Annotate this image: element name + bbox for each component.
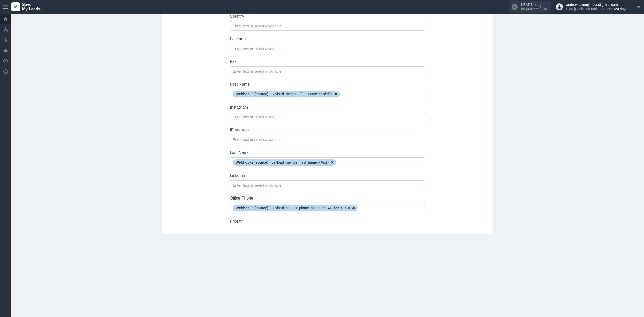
tag-remove-button[interactable]: ✖	[352, 206, 355, 211]
field-input[interactable]: Enter text or select a variable	[230, 135, 425, 144]
field: Last NameWebhooks (source) | payload_mem…	[230, 148, 425, 168]
svg-rect-0	[3, 5, 8, 5]
dollar-icon: $	[3, 37, 8, 43]
svg-text:?: ?	[5, 70, 6, 73]
svg-rect-7	[4, 30, 5, 31]
profile-email: andrewsavemyleads@gmail.com	[566, 3, 627, 7]
sidebar-item-help[interactable]: ?	[0, 66, 11, 77]
user-circle-icon	[3, 59, 8, 64]
sidebar-item-billing[interactable]: $	[0, 35, 11, 45]
svg-rect-2	[3, 8, 8, 9]
usage-label: LEADS usage:	[521, 3, 547, 7]
form-panel: CountryEnter text or select a variableFa…	[162, 14, 493, 234]
avatar	[556, 3, 563, 10]
tag-value: «Test»	[318, 160, 329, 165]
sidebar: $ ?	[0, 14, 11, 234]
field-label: First Name	[230, 82, 425, 87]
field: LinkedinEnter text or select a variable	[230, 171, 425, 190]
usage-total: 5'000	[530, 7, 539, 11]
tag-value: «Kajabi»	[319, 92, 333, 97]
field-input[interactable]: Enter text or select a variable	[230, 112, 425, 122]
field-label: Priority	[230, 219, 425, 224]
svg-rect-4	[514, 7, 515, 8]
svg-point-5	[559, 5, 560, 7]
field: CountryEnter text or select a variable	[230, 14, 425, 31]
svg-point-3	[514, 6, 515, 6]
field-input[interactable]: Webhooks (source) | payload_member_last_…	[230, 157, 425, 168]
svg-rect-8	[6, 30, 8, 31]
svg-text:$: $	[4, 38, 7, 43]
field-placeholder: Enter text or select a variable	[233, 24, 281, 28]
profile-plan-line: Plan |Basic| left until payment 124 days	[566, 7, 627, 11]
usage-text: LEADS usage: 59 of 5'000 (1%)	[521, 3, 547, 11]
field: IP AddressEnter text or select a variabl…	[230, 126, 425, 144]
question-circle-icon: ?	[3, 69, 8, 74]
svg-rect-1	[3, 7, 8, 7]
sidebar-item-account[interactable]	[0, 56, 11, 66]
field-label: IP Address	[230, 128, 425, 132]
field-label: Facebook	[230, 37, 425, 41]
chevron-down-icon	[637, 6, 640, 8]
svg-rect-11	[5, 49, 7, 50]
field-input[interactable]: Enter text or select a variable	[230, 21, 425, 31]
hamburger-icon	[3, 5, 8, 9]
field-label: Instagram	[230, 105, 425, 110]
sidebar-item-connections[interactable]	[0, 24, 11, 35]
svg-point-13	[5, 60, 6, 61]
profile-text: andrewsavemyleads@gmail.com Plan |Basic|…	[566, 3, 627, 11]
field: Priority	[230, 217, 425, 224]
usage-used: 59	[521, 7, 525, 11]
tag-key: payload_contact_phone_number:	[271, 206, 324, 211]
leads-usage-box[interactable]: LEADS usage: 59 of 5'000 (1%)	[509, 1, 551, 13]
app-name-line2: My Leads.	[22, 7, 42, 11]
field-placeholder: Enter text or select a variable	[233, 115, 281, 119]
sidebar-item-work[interactable]	[0, 45, 11, 56]
tag-value: «949-555-1212»	[324, 206, 350, 211]
sidebar-item-home[interactable]	[0, 14, 11, 24]
profile-chevron	[636, 6, 641, 8]
profile-days-num: 124	[613, 7, 619, 11]
field-input[interactable]: Webhooks (source) | payload_member_first…	[230, 89, 425, 99]
page: CountryEnter text or select a variableFa…	[11, 14, 644, 234]
field-input[interactable]: Enter text or select a variable	[230, 180, 425, 190]
topbar: Save My Leads. LEADS usage: 59 of 5'000 …	[0, 0, 644, 14]
logo-mark	[11, 2, 20, 11]
field: Office PhoneWebhooks (source) | payload_…	[230, 194, 425, 213]
svg-rect-6	[5, 27, 6, 28]
field-label: Linkedin	[230, 173, 425, 178]
check-icon	[13, 4, 18, 10]
field-label: Last Name	[230, 150, 425, 155]
field-label: Fax	[230, 59, 425, 64]
field-input[interactable]: Webhooks (source) | payload_contact_phon…	[230, 203, 425, 213]
app-logo[interactable]: Save My Leads.	[11, 2, 42, 11]
user-icon	[557, 5, 562, 9]
sitemap-icon	[3, 27, 8, 32]
field-label: Office Phone	[230, 196, 425, 201]
field-placeholder: Enter text or select a variable	[233, 137, 281, 142]
tag-source: Webhooks (source)	[236, 92, 268, 97]
field-input[interactable]: Enter text or select a variable	[230, 66, 425, 76]
variable-tag: Webhooks (source) | payload_member_last_…	[233, 159, 336, 166]
variable-tag: Webhooks (source) | payload_member_first…	[233, 91, 340, 97]
variable-tag: Webhooks (source) | payload_contact_phon…	[233, 205, 358, 211]
info-icon	[512, 4, 518, 10]
field: FaxEnter text or select a variable	[230, 57, 425, 76]
field-placeholder: Enter text or select a variable	[233, 183, 281, 187]
field-placeholder: Enter text or select a variable	[233, 47, 281, 51]
usage-percent: (1%)	[540, 7, 547, 11]
app-name: Save My Leads.	[22, 2, 42, 11]
svg-rect-10	[4, 50, 8, 52]
field: InstagramEnter text or select a variable	[230, 103, 425, 122]
field-label: Country	[230, 14, 425, 19]
field-placeholder: Enter text or select a variable	[233, 69, 281, 73]
field: FacebookEnter text or select a variable	[230, 35, 425, 53]
field-input[interactable]: Enter text or select a variable	[230, 44, 425, 53]
home-icon	[3, 16, 8, 21]
tag-key: payload_member_last_name:	[271, 160, 318, 165]
profile-menu[interactable]: andrewsavemyleads@gmail.com Plan |Basic|…	[556, 3, 641, 11]
menu-toggle-button[interactable]	[0, 0, 11, 14]
tag-remove-button[interactable]: ✖	[334, 92, 337, 97]
app-name-line1: Save	[22, 2, 42, 7]
tag-remove-button[interactable]: ✖	[331, 160, 334, 165]
tag-key: payload_member_first_name:	[271, 92, 318, 97]
